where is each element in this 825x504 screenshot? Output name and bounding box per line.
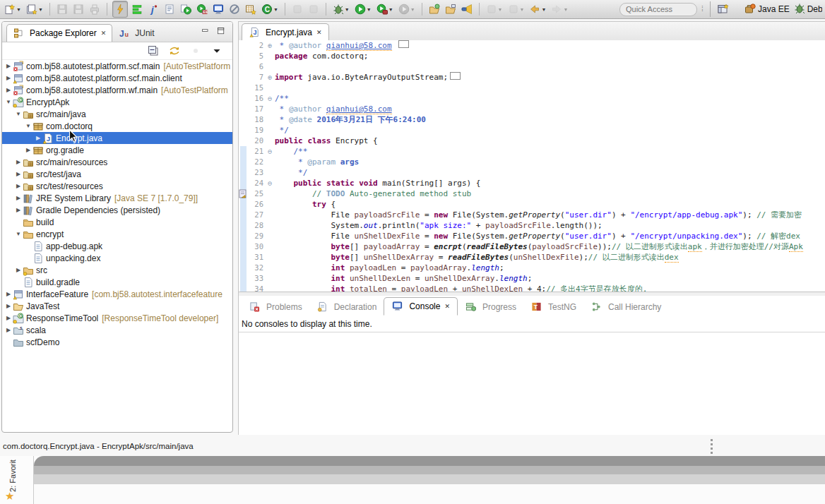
toolbar-drag-handle-icon[interactable]: ⁞ xyxy=(701,6,706,12)
code-line-15[interactable]: 15 xyxy=(239,83,825,93)
code-line-28[interactable]: 28 System.out.println("apk size:" + payl… xyxy=(239,220,825,231)
collapse-all-icon[interactable] xyxy=(146,44,160,58)
tree-collapsed-arrow-icon[interactable]: ▶ xyxy=(5,327,12,333)
tree-item-responsetimetool[interactable]: ▶GResponseTimeTool[ResponseTimeTool deve… xyxy=(2,312,232,324)
status-drag-handle-icon[interactable] xyxy=(711,439,713,454)
tab-encrypt-java[interactable]: J Encrypt.java ✕ xyxy=(242,23,329,40)
close-icon[interactable]: ✕ xyxy=(101,30,107,37)
run-last-icon[interactable] xyxy=(179,1,193,17)
tree-item-encryptapk[interactable]: ▼GEncryptApk xyxy=(2,96,232,108)
tree-item-app-debug-apk[interactable]: app-debug.apk xyxy=(2,240,232,252)
maximize-icon[interactable] xyxy=(217,27,225,37)
dropdown-arrow-icon[interactable]: ▼ xyxy=(367,7,372,12)
tab-declaration[interactable]: Declaration xyxy=(309,299,384,316)
dropdown-arrow-icon[interactable]: ▼ xyxy=(410,7,415,12)
quick-access-input[interactable] xyxy=(619,3,697,16)
tree-collapsed-arrow-icon[interactable]: ▶ xyxy=(25,147,32,153)
code-line-6[interactable]: 6 xyxy=(239,61,825,72)
code-line-17[interactable]: 17 * @author qianhui@58.com xyxy=(239,104,825,114)
tree-item-gradle-dependencies-persisted-[interactable]: ▶Gradle Dependencies (persisted) xyxy=(2,204,232,216)
dropdown-arrow-icon[interactable]: ▼ xyxy=(273,7,278,12)
tree-collapsed-arrow-icon[interactable]: ▶ xyxy=(15,183,22,189)
perspective-debug[interactable]: Debug xyxy=(794,3,822,16)
tab-problems[interactable]: Problems xyxy=(242,299,309,316)
tree-collapsed-arrow-icon[interactable]: ▶ xyxy=(35,135,42,141)
dropdown-arrow-icon[interactable]: ▼ xyxy=(498,7,503,12)
tree-expanded-arrow-icon[interactable]: ▼ xyxy=(5,99,12,105)
tree-item-src-test-java[interactable]: ▶src/test/java xyxy=(2,168,232,180)
fold-collapse-icon[interactable]: ⊖ xyxy=(265,178,275,188)
tree-item-src[interactable]: ▶src xyxy=(2,264,232,276)
code-line-24[interactable]: 24⊖ public static void main(String[] arg… xyxy=(239,178,825,188)
tree-item-scala[interactable]: ▶sscala xyxy=(2,324,232,336)
open-resource-icon[interactable] xyxy=(444,1,458,17)
tree-collapsed-arrow-icon[interactable]: ▶ xyxy=(5,291,12,297)
tree-collapsed-arrow-icon[interactable]: ▶ xyxy=(5,63,12,69)
tab-call-hierarchy[interactable]: Call Hierarchy xyxy=(583,299,668,316)
code-line-5[interactable]: 5package com.doctorq; xyxy=(239,51,825,61)
console-icon[interactable] xyxy=(211,1,225,17)
code-line-27[interactable]: 27 File payloadSrcFile = new File(System… xyxy=(239,210,825,220)
tab-console[interactable]: Console✕ xyxy=(384,297,458,316)
tree-expanded-arrow-icon[interactable]: ▼ xyxy=(15,231,22,237)
code-line-2[interactable]: 2⊕ * @author qianhui@58.com xyxy=(239,40,825,51)
tree-item-com-bj58-autotest-platform-scf-main[interactable]: ▶com.bj58.autotest.platform.scf.main[Aut… xyxy=(2,60,232,72)
run-icon[interactable]: ▼ xyxy=(353,1,373,17)
back-icon[interactable]: ▼ xyxy=(528,1,547,17)
dropdown-arrow-icon[interactable]: ▼ xyxy=(541,7,546,12)
junit-icon[interactable]: j xyxy=(146,1,160,17)
tree-item-src-test-resources[interactable]: ▶src/test/resources xyxy=(2,180,232,192)
checkout-icon[interactable]: C▼ xyxy=(260,1,280,17)
close-icon[interactable]: ✕ xyxy=(444,303,450,310)
code-line-34[interactable]: 34 int totalLen = payloadLen + unShellDe… xyxy=(239,284,825,292)
code-line-23[interactable]: 23 */ xyxy=(239,167,825,178)
tree-item-scfdemo[interactable]: scfDemo xyxy=(2,336,232,348)
dropdown-arrow-icon[interactable]: ▼ xyxy=(16,7,21,12)
tree-expanded-arrow-icon[interactable]: ▼ xyxy=(15,111,22,117)
dropdown-arrow-icon[interactable]: ▼ xyxy=(388,7,393,12)
code-line-19[interactable]: 19 */ xyxy=(239,125,825,136)
tree-item-com-doctorq[interactable]: ▼com.doctorq xyxy=(2,120,232,132)
outline-icon[interactable] xyxy=(162,1,177,17)
debug-icon[interactable]: ▼ xyxy=(331,1,351,17)
green-bars-icon[interactable] xyxy=(130,1,144,17)
open-type-icon[interactable] xyxy=(427,1,441,17)
fold-collapse-icon[interactable]: ⊖ xyxy=(265,146,275,157)
fold-expand-icon[interactable]: ⊕ xyxy=(265,72,275,83)
dropdown-arrow-icon[interactable]: ▼ xyxy=(520,7,525,12)
dropdown-arrow-icon[interactable]: ▼ xyxy=(345,7,350,12)
code-editor[interactable]: 2⊕ * @author qianhui@58.com 5package com… xyxy=(239,40,825,292)
tree-collapsed-arrow-icon[interactable]: ▶ xyxy=(15,159,22,165)
tab-progress[interactable]: Progress xyxy=(458,299,523,316)
tab-junit[interactable]: Ju JUnit xyxy=(112,25,160,42)
tree-item-jre-system-library[interactable]: ▶JRE System Library[Java SE 7 [1.7.0_79]… xyxy=(2,192,232,204)
new-menu-icon[interactable]: ▼ xyxy=(25,1,44,17)
code-line-18[interactable]: 18 * @date 2016年3月21日 下午6:24:00 xyxy=(239,114,825,125)
code-line-33[interactable]: 33 int unShellDexLen = unShellDexArray.l… xyxy=(239,273,825,284)
code-line-21[interactable]: 21⊖ /** xyxy=(239,146,825,157)
tree-collapsed-arrow-icon[interactable]: ▶ xyxy=(5,303,12,309)
code-line-30[interactable]: 30 byte[] payloadArray = encrpt(readFile… xyxy=(239,241,825,252)
skip-breakpoints-icon[interactable] xyxy=(112,1,128,18)
search-icon[interactable] xyxy=(460,1,474,17)
code-line-16[interactable]: 16⊖/** xyxy=(239,93,825,104)
tree-collapsed-arrow-icon[interactable]: ▶ xyxy=(5,75,12,81)
tree-item-javatest[interactable]: ▶JavaTest xyxy=(2,300,232,312)
tree-collapsed-arrow-icon[interactable]: ▶ xyxy=(15,267,22,273)
link-with-editor-icon[interactable] xyxy=(167,44,182,58)
tree-collapsed-arrow-icon[interactable]: ▶ xyxy=(5,315,12,321)
code-line-7[interactable]: 7⊕import java.io.ByteArrayOutputStream; xyxy=(239,72,825,83)
run-external-icon[interactable]: ▼ xyxy=(375,1,395,17)
block-icon[interactable] xyxy=(227,1,242,17)
tree-item-encrypt[interactable]: ▼encrypt xyxy=(2,228,232,240)
tab-package-explorer[interactable]: Package Explorer ✕ xyxy=(6,24,112,42)
tree-item-build-gradle[interactable]: build.gradle xyxy=(2,276,232,288)
coverage-icon[interactable]: EE xyxy=(195,1,209,17)
dropdown-arrow-icon[interactable]: ▼ xyxy=(563,7,568,12)
tree-item-build[interactable]: build xyxy=(2,216,232,228)
dropdown-arrow-icon[interactable]: ▼ xyxy=(38,7,43,12)
code-line-26[interactable]: 26 try { xyxy=(239,199,825,210)
code-line-20[interactable]: 20public class Encrypt { xyxy=(239,136,825,146)
tree-item-com-bj58-autotest-platform-wf-main[interactable]: ▶com.bj58.autotest.platform.wf.main[Auto… xyxy=(2,84,232,96)
tree-item-com-bj58-autotest-platform-scf-main-client[interactable]: ▶com.bj58.autotest.platform.scf.main.cli… xyxy=(2,72,232,84)
